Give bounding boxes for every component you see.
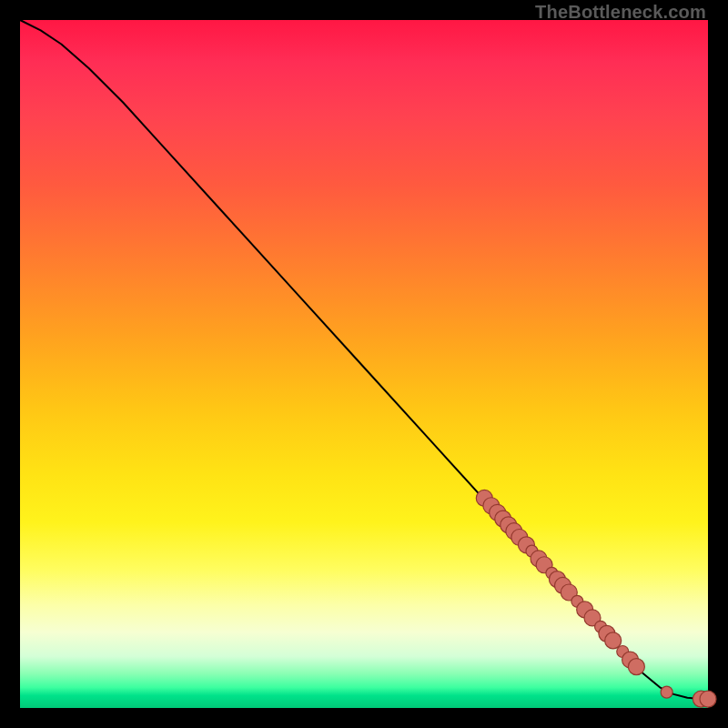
- data-point: [661, 686, 672, 698]
- bottleneck-curve: [20, 20, 708, 699]
- data-point: [700, 691, 716, 707]
- watermark-text: TheBottleneck.com: [535, 2, 706, 23]
- data-point: [628, 659, 644, 675]
- chart-frame: TheBottleneck.com: [0, 0, 728, 728]
- data-points: [476, 490, 716, 707]
- chart-overlay: [20, 20, 708, 708]
- plot-area: [20, 20, 708, 708]
- data-point: [605, 632, 622, 649]
